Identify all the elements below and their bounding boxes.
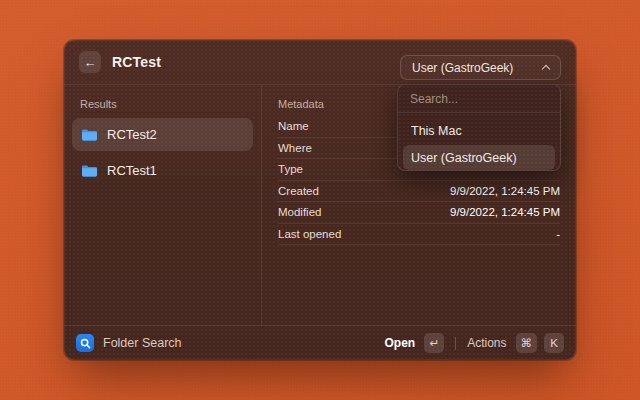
footer-actions: Open ↵ Actions ⌘ K — [384, 333, 564, 353]
list-item-rctest1[interactable]: RCTest1 — [72, 154, 253, 187]
scope-selected-label: User (GastroGeek) — [412, 61, 513, 75]
list-item-label: RCTest2 — [107, 127, 157, 142]
chevron-up-icon — [542, 65, 550, 73]
scope-dropdown-menu: Search... This Mac User (GastroGeek) — [397, 84, 561, 171]
results-panel: Results RCTest2 — [64, 86, 261, 325]
metadata-row-modified: Modified 9/9/2022, 1:24:45 PM — [278, 202, 560, 224]
dropdown-option-this-mac[interactable]: This Mac — [403, 118, 555, 143]
return-key-badge: ↵ — [424, 333, 444, 353]
back-arrow-icon: ← — [84, 55, 97, 70]
desktop-background: ← RCTest User (GastroGeek) Results — [0, 0, 640, 400]
footer-separator — [455, 337, 456, 350]
k-key-badge: K — [544, 333, 564, 353]
window-header: ← RCTest User (GastroGeek) — [64, 40, 576, 85]
search-icon — [80, 338, 91, 349]
page-title: RCTest — [112, 54, 161, 70]
dropdown-options: This Mac User (GastroGeek) — [398, 113, 560, 177]
dropdown-option-user-gastrogeek[interactable]: User (GastroGeek) — [403, 145, 555, 170]
folder-icon — [81, 128, 98, 142]
dropdown-search-placeholder: Search... — [410, 92, 458, 106]
list-item-label: RCTest1 — [107, 163, 157, 178]
list-item-rctest2[interactable]: RCTest2 — [72, 118, 253, 151]
folder-icon — [81, 164, 98, 178]
scope-dropdown-button[interactable]: User (GastroGeek) — [400, 55, 561, 80]
actions-menu-label[interactable]: Actions — [467, 336, 506, 350]
footer-command-title: Folder Search — [103, 336, 182, 350]
folder-search-app-icon — [76, 334, 94, 352]
dropdown-search-input[interactable]: Search... — [398, 85, 560, 113]
footer-bar: Folder Search Open ↵ Actions ⌘ K — [64, 325, 576, 360]
results-header: Results — [80, 98, 253, 110]
metadata-row-created: Created 9/9/2022, 1:24:45 PM — [278, 181, 560, 203]
folder-search-window: ← RCTest User (GastroGeek) Results — [64, 40, 576, 360]
back-button[interactable]: ← — [79, 51, 101, 73]
cmd-key-badge: ⌘ — [516, 333, 538, 353]
metadata-row-last-opened: Last opened - — [278, 224, 560, 246]
open-action-label[interactable]: Open — [384, 336, 415, 350]
